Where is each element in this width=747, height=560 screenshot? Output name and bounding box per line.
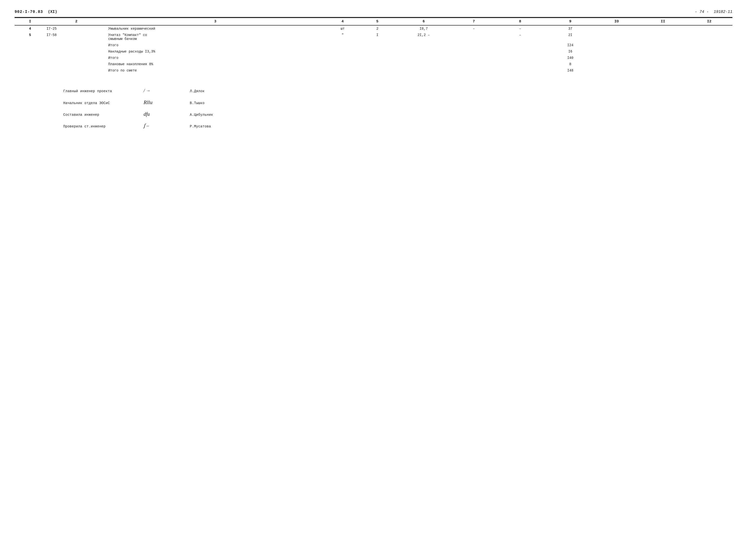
summary-value-1: I24 [547,42,593,48]
sig-row-3: Составила инженер dfu А.Цибульник [63,111,732,117]
page-label: - 74 - [695,10,709,14]
summary-planovye: Плановые накопления 8% 8 [15,61,732,68]
main-table: I 2 3 4 5 6 7 8 9 IO II I2 4 I7-25 Умыва… [15,18,732,74]
sig-sign-2: Rllu [141,99,190,106]
row-4-total: 37 [547,25,593,32]
sig-name-1: Л.Дялок [190,89,205,93]
doc-variant: (XI) [48,10,57,14]
row-5-code: I7-58 [46,32,107,42]
table-header-row: I 2 3 4 5 6 7 8 9 IO II I2 [15,18,732,25]
summary-label-2: Накладные расходы I3,3% [107,48,324,55]
sig-row-2: Начальник отдела ЭОСиС Rllu В.Тышко [63,99,732,106]
col-header-5: 5 [362,18,393,25]
col-header-3: 3 [107,18,324,25]
row-4-price: I8,7 [393,25,455,32]
signatures-section: Главный инженер проекта / → Л.Дялок Нача… [63,88,732,129]
sig-name-3: А.Цибульник [190,113,213,117]
col-header-12: I2 [686,18,732,25]
col-header-4: 4 [324,18,362,25]
summary-value-4: 8 [547,61,593,68]
sig-title-4: Проверила ст.инженер [63,125,141,128]
sig-name-2: В.Тышко [190,101,205,105]
sig-row-4: Проверила ст.инженер ʃ – Р.Мусатова [63,123,732,129]
col-header-6: 6 [393,18,455,25]
summary-itogo-2: Итого I40 [15,55,732,61]
doc-ref: 19182·11 [714,10,732,14]
sig-sign-4: ʃ – [141,123,190,129]
row-5-qty: I [362,32,393,42]
col-header-2: 2 [46,18,107,25]
summary-value-2: I6 [547,48,593,55]
row-5-unit: " [324,32,362,42]
row-5-desc: Унитаз "Компакт" сосмывным бачком [107,32,324,42]
document-header: 902-I-70.83 (XI) - 74 - 19182·11 [15,10,732,15]
row-4-col10 [593,25,640,32]
row-4-qty: 2 [362,25,393,32]
table-row: 5 I7-58 Унитаз "Компакт" сосмывным бачко… [15,32,732,42]
sig-row-1: Главный инженер проекта / → Л.Дялок [63,88,732,94]
row-5-total: 2I [547,32,593,42]
row-4-col8: – [493,25,547,32]
row-5-col7 [455,32,493,42]
summary-label-5: Итого по смете [107,68,324,74]
col-header-9: 9 [547,18,593,25]
summary-itogo-1: Итого I24 [15,42,732,48]
doc-number: 902-I-70.83 [15,10,43,14]
sig-name-4: Р.Мусатова [190,125,211,128]
summary-label-1: Итого [107,42,324,48]
row-5-num: 5 [15,32,46,42]
table-row: 4 I7-25 Умывальник керамический шт 2 I8,… [15,25,732,32]
row-5-col8: – [493,32,547,42]
col-header-11: II [640,18,686,25]
row-5-col10 [593,32,640,42]
sig-title-1: Главный инженер проекта [63,89,141,93]
row-4-code: I7-25 [46,25,107,32]
row-4-num: 4 [15,25,46,32]
summary-label-4: Плановые накопления 8% [107,61,324,68]
col-header-7: 7 [455,18,493,25]
summary-value-5: I48 [547,68,593,74]
row-4-unit: шт [324,25,362,32]
row-4-col11 [640,25,686,32]
col-header-1: I [15,18,46,25]
summary-nakladnye: Накладные расходы I3,3% I6 [15,48,732,55]
sig-title-2: Начальник отдела ЭОСиС [63,101,141,105]
summary-itogo-smeta: Итого по смете I48 [15,68,732,74]
row-5-col12 [686,32,732,42]
sig-sign-1: / → [141,88,190,94]
row-4-desc: Умывальник керамический [107,25,324,32]
row-5-price: 2I,2 – [393,32,455,42]
col-header-10: IO [593,18,640,25]
sig-sign-3: dfu [141,111,190,117]
col-header-8: 8 [493,18,547,25]
row-4-col7: – [455,25,493,32]
sig-title-3: Составила инженер [63,113,141,117]
row-4-col12 [686,25,732,32]
summary-label-3: Итого [107,55,324,61]
row-5-col11 [640,32,686,42]
summary-value-3: I40 [547,55,593,61]
